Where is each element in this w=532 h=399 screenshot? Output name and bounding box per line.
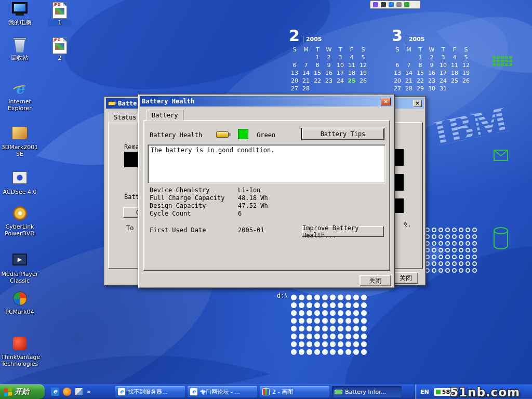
decor-dot bbox=[452, 234, 457, 239]
battery-icon bbox=[335, 390, 342, 394]
calendar-day-header: W bbox=[323, 46, 335, 52]
decor-dot bbox=[307, 349, 312, 355]
close-icon[interactable]: × bbox=[381, 98, 391, 105]
taskbar-task-button[interactable]: 2 - 画图 bbox=[260, 386, 329, 397]
battery-info-rows: Device ChemistryLi-IonFull Charge Capaci… bbox=[150, 187, 378, 218]
field-value: 2005-01 bbox=[238, 227, 264, 234]
decor-dot bbox=[466, 268, 470, 273]
dialog-title: Battery Health bbox=[142, 98, 194, 105]
decor-dot bbox=[314, 310, 320, 316]
task-label: 2 - 画图 bbox=[272, 388, 293, 396]
taskbar-task-button[interactable]: e专门网论坛 - ... bbox=[188, 386, 257, 397]
decor-dot bbox=[338, 302, 343, 308]
battery-icon bbox=[108, 101, 115, 105]
decor-dot bbox=[291, 334, 297, 339]
calendar-day-header: S bbox=[289, 46, 300, 52]
calendar-date bbox=[289, 54, 300, 60]
taskbar-task-button[interactable]: Battery Infor... bbox=[332, 386, 402, 397]
start-button[interactable]: 开始 bbox=[0, 384, 45, 399]
desktop-file-2[interactable]: JPG2 bbox=[48, 37, 72, 62]
speaker-icon[interactable] bbox=[373, 2, 378, 7]
field-label: Design Capacity bbox=[150, 202, 238, 210]
field-label: Device Chemistry bbox=[150, 187, 238, 194]
desktop-icon-3dmark2001[interactable]: 3DMark2001 SE bbox=[1, 126, 38, 157]
chevron-right-icon[interactable]: » bbox=[87, 388, 91, 395]
decor-dot bbox=[330, 302, 336, 308]
close-button-back[interactable]: 关闭 bbox=[393, 272, 418, 284]
decor-dot bbox=[345, 310, 351, 316]
calendar-header: 22005 bbox=[289, 28, 373, 44]
desktop-icon-my-computer[interactable]: 我的电脑 bbox=[1, 2, 38, 26]
calendar-day-header: W bbox=[426, 46, 437, 52]
calendar-date: 2 bbox=[426, 54, 437, 60]
close-button[interactable]: 关闭 bbox=[360, 275, 391, 286]
calendar-date: 28 bbox=[300, 85, 312, 91]
calendar-date: 3 bbox=[335, 54, 346, 60]
decor-dot bbox=[345, 334, 351, 339]
decor-dot bbox=[330, 318, 336, 324]
language-indicator[interactable]: EN bbox=[420, 389, 429, 395]
display-icon[interactable] bbox=[389, 2, 394, 7]
desktop-icon-powerdvd[interactable]: CyberLink PowerDVD bbox=[1, 206, 38, 237]
battery-tips-button[interactable]: Battery Tips bbox=[302, 128, 384, 140]
desktop-icon-thinkvantage[interactable]: ThinkVantage Technologies bbox=[1, 336, 38, 367]
desktop-icon-recycle-bin[interactable]: 回收站 bbox=[1, 37, 38, 62]
task-buttons: e找不到服务器...e专门网论坛 - ...2 - 画图Battery Info… bbox=[115, 386, 402, 397]
calendar-date: 15 bbox=[415, 70, 426, 76]
desktop-icon-acdsee[interactable]: ACDSee 4.0 bbox=[1, 170, 38, 196]
decor-dot bbox=[432, 234, 436, 239]
decor-dot bbox=[291, 302, 297, 308]
acdsee-icon bbox=[11, 171, 29, 188]
keyboard-icon[interactable] bbox=[396, 2, 402, 7]
calendar-date: 22 bbox=[415, 77, 426, 84]
desktop-icon-internet-explorer[interactable]: eInternet Explorer bbox=[1, 81, 38, 112]
calendar-february-2005: 22005SMTWTFS1234567891011121314151617181… bbox=[289, 28, 373, 91]
tab-battery[interactable]: Battery bbox=[147, 110, 183, 121]
media-player-icon[interactable] bbox=[63, 388, 71, 396]
decor-dot bbox=[452, 248, 457, 252]
calendar-grid: SMTWTFS123456789101112131415161718192021… bbox=[289, 46, 373, 91]
decor-dot bbox=[322, 295, 328, 300]
internet-explorer-icon[interactable]: e bbox=[51, 388, 59, 396]
decor-dot bbox=[438, 241, 443, 246]
battery-info-row: Design Capacity47.52 Wh bbox=[150, 202, 378, 210]
decor-dot bbox=[299, 302, 304, 308]
decor-dot bbox=[466, 234, 470, 239]
jpg-file-icon: JPG bbox=[52, 37, 67, 54]
calendar-march-2005: 32005SMTWTFS1234567891011121314151617181… bbox=[392, 28, 476, 91]
taskbar-task-button[interactable]: e找不到服务器... bbox=[115, 386, 185, 397]
power-icon[interactable] bbox=[404, 2, 409, 7]
decor-dot bbox=[338, 334, 343, 339]
calendar-date: 10 bbox=[437, 62, 449, 68]
decor-dot bbox=[314, 341, 320, 347]
desktop-icon-column: 我的电脑回收站eInternet Explorer3DMark2001 SEAC… bbox=[1, 0, 41, 384]
volume-icon[interactable] bbox=[381, 2, 386, 7]
condition-textbox[interactable]: The battery is in good condition. bbox=[148, 144, 385, 183]
close-icon[interactable]: × bbox=[413, 100, 422, 107]
calendar-date bbox=[335, 85, 346, 91]
calendar-date: 8 bbox=[312, 62, 323, 68]
calendar-date: 9 bbox=[323, 62, 335, 68]
decor-dot bbox=[322, 349, 328, 355]
calendar-day-header: F bbox=[346, 46, 357, 52]
desktop-file-column: JPG1JPG2 bbox=[48, 0, 74, 104]
decor-dot bbox=[361, 334, 367, 339]
windows-logo-icon bbox=[4, 388, 12, 396]
desktop-file-1[interactable]: JPG1 bbox=[48, 2, 72, 26]
calendar-day-header: T bbox=[335, 46, 346, 52]
decor-dot bbox=[459, 261, 463, 266]
show-desktop-icon[interactable] bbox=[75, 388, 83, 396]
decor-dot bbox=[330, 326, 336, 331]
tab-status[interactable]: Status bbox=[109, 112, 141, 123]
calendar-day-header: M bbox=[300, 46, 312, 52]
calendar-day-header: T bbox=[437, 46, 449, 52]
calendar-date: 15 bbox=[312, 70, 323, 76]
improve-battery-health-button[interactable]: Improve Battery Health... bbox=[302, 226, 384, 237]
paint-icon bbox=[262, 388, 270, 395]
desktop-icon-media-player-classic[interactable]: ▶Media Player Classic bbox=[1, 252, 38, 284]
decor-dot bbox=[472, 255, 477, 259]
decor-dot bbox=[432, 228, 436, 232]
desktop-icon-pcmark04[interactable]: PCMark04 bbox=[1, 291, 38, 316]
calendar-header: 32005 bbox=[392, 28, 476, 44]
calendar-date: 20 bbox=[289, 77, 300, 84]
